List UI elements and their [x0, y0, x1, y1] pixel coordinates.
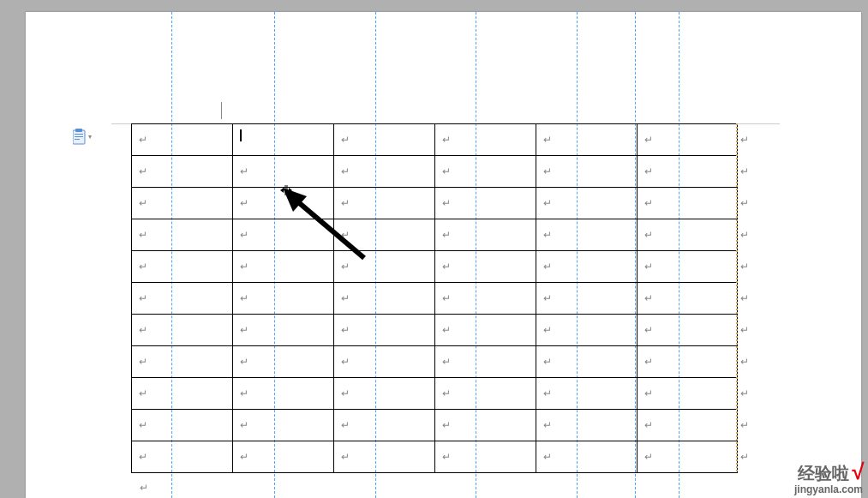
document-page: ↵↵↵↵↵↵↵↵↵↵↵↵↵↵↵↵↵↵↵↵↵↵↵↵↵↵↵↵↵↵↵↵↵↵↵↵↵↵↵↵… [26, 12, 861, 498]
table-cell[interactable]: ↵ [132, 378, 233, 410]
svg-rect-4 [75, 139, 80, 140]
table-cell[interactable]: ↵ [233, 441, 334, 473]
table-cell[interactable]: ↵ [132, 346, 233, 378]
cell-paragraph-mark: ↵ [240, 356, 248, 369]
cell-paragraph-mark: ↵ [442, 197, 451, 210]
table-cell[interactable]: ↵ [536, 346, 638, 378]
table-cell[interactable]: ↵ [334, 156, 435, 188]
table-cell[interactable]: ↵ [233, 283, 334, 315]
table-cell[interactable]: ↵ [435, 378, 536, 410]
table-cell[interactable]: ↵ [536, 378, 638, 410]
table-cell[interactable]: ↵ [334, 251, 435, 283]
cell-paragraph-mark: ↵ [139, 229, 147, 242]
table-cell[interactable]: ↵ [536, 251, 638, 283]
table-cell[interactable]: ↵ [435, 156, 536, 188]
table-cell[interactable]: ↵ [536, 441, 638, 473]
table-cell[interactable]: ↵ [435, 441, 536, 473]
cell-paragraph-mark: ↵ [543, 292, 552, 305]
table-cell[interactable]: ↵ [536, 315, 638, 346]
table-cell[interactable]: ↵ [233, 410, 334, 441]
cell-paragraph-mark: ↵ [139, 197, 147, 210]
table-cell[interactable]: ↵ [132, 283, 233, 315]
table-cell[interactable]: ↵ [536, 188, 638, 219]
cell-paragraph-mark: ↵ [442, 292, 451, 305]
row-end-mark: ↵ [740, 165, 749, 178]
table-cell[interactable]: ↵ [334, 378, 435, 410]
table-cell[interactable]: ↵ [638, 219, 738, 251]
table-right-boundary [736, 123, 738, 472]
cell-paragraph-mark: ↵ [644, 229, 653, 242]
table-cell[interactable]: ↵ [233, 378, 334, 410]
table-cell[interactable]: ↵ [132, 156, 233, 188]
table-cell[interactable]: ↵ [435, 251, 536, 283]
table-cell[interactable]: ↵ [435, 124, 536, 156]
table-cell[interactable]: ↵ [536, 283, 638, 315]
table-cell[interactable]: ↵ [334, 188, 435, 219]
table-cell[interactable]: ↵ [435, 188, 536, 219]
table-cell[interactable]: ↵ [638, 346, 738, 378]
table-cell[interactable]: ↵ [536, 410, 638, 441]
table-cell[interactable]: ↵ [638, 156, 738, 188]
table-cell[interactable]: ↵ [435, 219, 536, 251]
table-cell[interactable]: ↵ [132, 219, 233, 251]
document-table[interactable]: ↵↵↵↵↵↵↵↵↵↵↵↵↵↵↵↵↵↵↵↵↵↵↵↵↵↵↵↵↵↵↵↵↵↵↵↵↵↵↵↵… [131, 123, 738, 473]
cell-paragraph-mark: ↵ [139, 451, 147, 464]
table-cell[interactable]: ↵ [233, 346, 334, 378]
cell-paragraph-mark: ↵ [341, 451, 350, 464]
table-cell[interactable]: ↵ [638, 410, 738, 441]
cell-paragraph-mark: ↵ [240, 229, 248, 242]
watermark-url: jingyanla.com [794, 484, 863, 495]
table-cell[interactable]: ↵ [638, 283, 738, 315]
cell-paragraph-mark: ↵ [543, 197, 552, 210]
row-end-mark: ↵ [740, 197, 749, 210]
table-cell[interactable]: ↵ [536, 156, 638, 188]
table-cell[interactable]: ↵ [132, 315, 233, 346]
table-cell[interactable]: ↵ [334, 219, 435, 251]
cell-paragraph-mark: ↵ [341, 324, 350, 337]
table-cell[interactable]: ↵ [334, 410, 435, 441]
table-cell[interactable]: ↵ [536, 219, 638, 251]
row-end-mark: ↵ [740, 229, 749, 242]
table-cell[interactable]: ↵ [435, 346, 536, 378]
table-cell[interactable]: ↵ [132, 441, 233, 473]
cell-paragraph-mark: ↵ [442, 451, 451, 464]
watermark-title: 经验啦 [798, 465, 849, 482]
table-cell[interactable]: ↵ [334, 441, 435, 473]
table-cell[interactable]: ↵ [132, 410, 233, 441]
table-cell[interactable]: ↵ [132, 188, 233, 219]
table-cell[interactable]: ↵ [536, 124, 638, 156]
table-cell[interactable]: ↵ [638, 124, 738, 156]
table-cell[interactable]: ↵ [638, 188, 738, 219]
table-cell[interactable]: ↵ [334, 283, 435, 315]
table-cell[interactable]: ↵ [233, 251, 334, 283]
table-cell[interactable]: ↵ [435, 283, 536, 315]
table-cell[interactable]: ↵ [334, 124, 435, 156]
table-cell[interactable]: ↵ [638, 441, 738, 473]
cell-paragraph-mark: ↵ [240, 261, 248, 273]
table-cell[interactable]: ↵ [233, 124, 334, 156]
cell-paragraph-mark: ↵ [240, 165, 248, 178]
table-cell[interactable]: ↵ [334, 346, 435, 378]
ruler-indent-marker[interactable] [221, 102, 222, 119]
cell-paragraph-mark: ↵ [644, 197, 653, 210]
table-cell[interactable]: ↵ [638, 251, 738, 283]
cell-paragraph-mark: ↵ [341, 419, 350, 432]
table-cell[interactable]: ↵ [132, 124, 233, 156]
cell-paragraph-mark: ↵ [644, 292, 653, 305]
cell-paragraph-mark: ↵ [341, 229, 350, 242]
cell-paragraph-mark: ↵ [442, 165, 451, 178]
cell-paragraph-mark: ↵ [543, 419, 552, 432]
table-cell[interactable]: ↵ [233, 315, 334, 346]
table-cell[interactable]: ↵ [334, 315, 435, 346]
cell-paragraph-mark: ↵ [240, 197, 248, 210]
cell-paragraph-mark: ↵ [442, 387, 451, 400]
cell-paragraph-mark: ↵ [543, 165, 552, 178]
paste-options-button[interactable] [73, 129, 95, 147]
table-cell[interactable]: ↵ [638, 315, 738, 346]
table-cell[interactable]: ↵ [435, 315, 536, 346]
table-cell[interactable]: ↵ [638, 378, 738, 410]
table-cell[interactable]: ↵ [435, 410, 536, 441]
table-cell[interactable]: ↵ [233, 219, 334, 251]
cell-paragraph-mark: ↵ [644, 387, 653, 400]
table-cell[interactable]: ↵ [132, 251, 233, 283]
